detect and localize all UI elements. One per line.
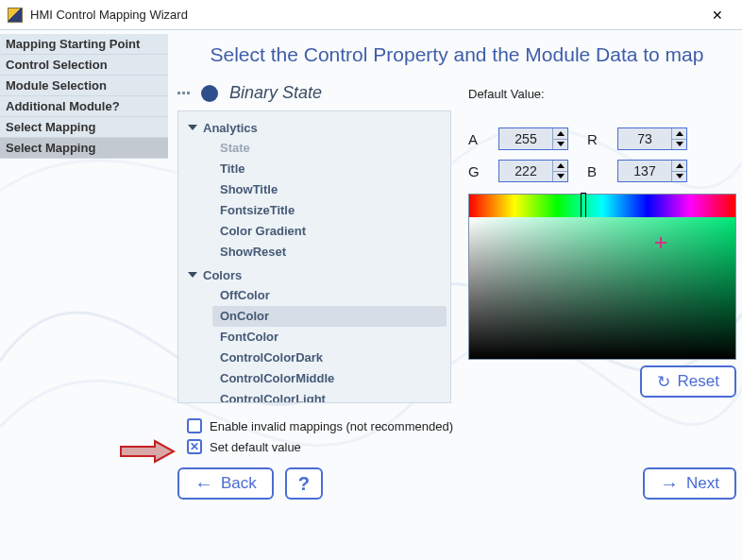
- channel-B-down[interactable]: [672, 172, 686, 182]
- channel-R-up[interactable]: [672, 128, 686, 140]
- control-header: Binary State: [177, 83, 451, 103]
- title-bar: HMI Control Mapping Wizard ✕: [0, 0, 742, 30]
- channel-B-label: B: [587, 163, 604, 179]
- channel-R-value: 73: [618, 128, 671, 149]
- reset-label: Reset: [678, 372, 719, 391]
- set-default-label: Set default value: [210, 440, 301, 454]
- page-heading: Select the Control Property and the Modu…: [177, 43, 736, 66]
- property-tree[interactable]: AnalyticsStateTitleShowTitleFontsizeTitl…: [177, 110, 451, 403]
- channel-A-up[interactable]: [553, 128, 567, 140]
- control-glyph-icon: [201, 85, 218, 102]
- saturation-value-field[interactable]: [469, 217, 735, 359]
- tree-item[interactable]: ControlColorMiddle: [212, 368, 447, 389]
- wizard-step[interactable]: Control Selection: [0, 55, 168, 76]
- chevron-down-icon: [188, 272, 197, 278]
- wizard-step[interactable]: Select Mapping: [0, 138, 168, 159]
- reset-icon: ↻: [657, 372, 670, 392]
- tree-item[interactable]: ShowReset: [212, 242, 447, 263]
- channel-A-value: 255: [499, 128, 552, 149]
- channel-B-up[interactable]: [672, 161, 686, 172]
- tree-item[interactable]: FontColor: [212, 327, 447, 348]
- tree-item[interactable]: ShowTitle: [212, 179, 447, 200]
- hue-indicator[interactable]: [581, 193, 586, 219]
- checkbox-icon: ✕: [187, 439, 202, 454]
- tree-group[interactable]: Colors: [186, 264, 447, 285]
- wizard-steps: Mapping Starting PointControl SelectionM…: [0, 30, 168, 560]
- default-value-label: Default Value:: [468, 87, 736, 101]
- channel-A-spinner[interactable]: 255: [498, 127, 568, 150]
- channel-G-up[interactable]: [553, 161, 567, 172]
- tree-item[interactable]: FontsizeTitle: [212, 200, 447, 221]
- set-default-check[interactable]: ✕ Set default value: [187, 439, 736, 454]
- channel-G-value: 222: [499, 161, 552, 181]
- tree-item[interactable]: Color Gradient: [212, 221, 447, 242]
- channel-R-label: R: [587, 131, 604, 147]
- drag-grip-icon: [177, 92, 190, 94]
- next-button[interactable]: → Next: [643, 467, 736, 500]
- window-title: HMI Control Mapping Wizard: [30, 8, 697, 22]
- help-label: ?: [298, 473, 310, 495]
- next-label: Next: [686, 474, 719, 493]
- wizard-step[interactable]: Module Selection: [0, 76, 168, 96]
- chevron-down-icon: [188, 125, 197, 130]
- channel-R-spinner[interactable]: 73: [617, 127, 687, 150]
- tree-item[interactable]: Title: [212, 159, 447, 179]
- checkbox-icon: [187, 418, 202, 433]
- wizard-step[interactable]: Additional Module?: [0, 96, 168, 117]
- enable-invalid-check[interactable]: Enable invalid mappings (not recommended…: [187, 418, 736, 433]
- channel-G-spinner[interactable]: 222: [498, 160, 568, 182]
- back-button[interactable]: ← Back: [177, 467, 274, 500]
- app-icon: [8, 8, 23, 23]
- channel-B-value: 137: [618, 161, 671, 181]
- channel-G-label: G: [468, 163, 485, 179]
- control-name: Binary State: [229, 83, 322, 103]
- hue-slider[interactable]: [469, 195, 735, 217]
- wizard-step[interactable]: Mapping Starting Point: [0, 34, 168, 55]
- sv-indicator[interactable]: [655, 237, 666, 248]
- channel-G-down[interactable]: [553, 172, 567, 182]
- help-button[interactable]: ?: [285, 467, 323, 500]
- wizard-step[interactable]: Select Mapping: [0, 117, 168, 138]
- tree-item[interactable]: State: [212, 138, 447, 159]
- channel-R-down[interactable]: [672, 140, 686, 150]
- channel-A-label: A: [468, 131, 485, 147]
- tree-item[interactable]: ControlColorLight: [212, 389, 447, 403]
- reset-button[interactable]: ↻ Reset: [640, 365, 736, 398]
- back-label: Back: [221, 474, 257, 493]
- tree-group[interactable]: Analytics: [186, 117, 447, 138]
- enable-invalid-label: Enable invalid mappings (not recommended…: [210, 419, 453, 433]
- channel-B-spinner[interactable]: 137: [617, 160, 687, 182]
- tree-item[interactable]: ControlColorDark: [212, 348, 447, 368]
- channel-A-down[interactable]: [553, 140, 567, 150]
- color-picker[interactable]: [468, 194, 736, 360]
- tree-item[interactable]: OffColor: [212, 285, 447, 306]
- tree-item[interactable]: OnColor: [212, 306, 447, 327]
- close-button[interactable]: ✕: [697, 1, 738, 29]
